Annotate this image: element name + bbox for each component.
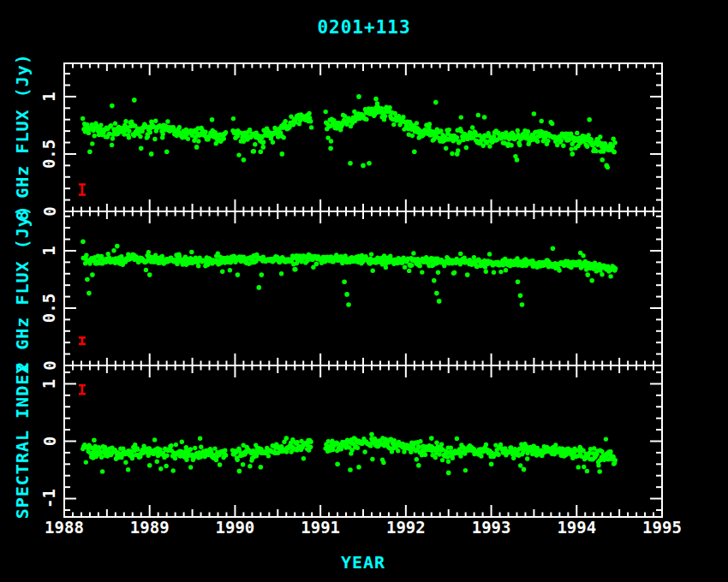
y-tick-label: 0.5: [40, 294, 59, 323]
light-curve-chart: 00.5100.51-10119881989199019911992199319…: [0, 0, 728, 582]
error-bar-panel-0: [79, 184, 86, 194]
data-points-panel-1: [81, 239, 618, 306]
error-bar-panel-2: [79, 385, 86, 394]
x-tick-label: 1989: [130, 518, 170, 537]
y-tick-label: -1: [40, 489, 59, 508]
x-tick-label: 1992: [386, 518, 426, 537]
plot-page: 0201+113 8 GHz FLUX (Jy) 2 GHz FLUX (Jy)…: [0, 0, 728, 582]
y-tick-label: 1: [40, 246, 59, 255]
x-axis-title: YEAR: [64, 552, 662, 573]
x-tick-label: 1988: [45, 518, 84, 537]
x-tick-label: 1991: [301, 518, 340, 537]
x-tick-label: 1994: [557, 518, 596, 537]
x-tick-label: 1995: [642, 518, 682, 537]
y-tick-label: 1: [40, 379, 59, 389]
data-points-panel-0: [81, 94, 618, 169]
error-bar-panel-1: [79, 337, 86, 344]
x-tick-label: 1990: [216, 518, 255, 537]
data-points-panel-2: [81, 432, 618, 476]
y-tick-label: 0: [40, 206, 59, 216]
y-tick-label: 1: [40, 92, 59, 101]
x-tick-label: 1993: [472, 518, 511, 537]
y-tick-label: 0: [40, 360, 59, 370]
y-tick-label: 0.5: [40, 140, 59, 169]
y-tick-label: 0: [40, 436, 59, 446]
